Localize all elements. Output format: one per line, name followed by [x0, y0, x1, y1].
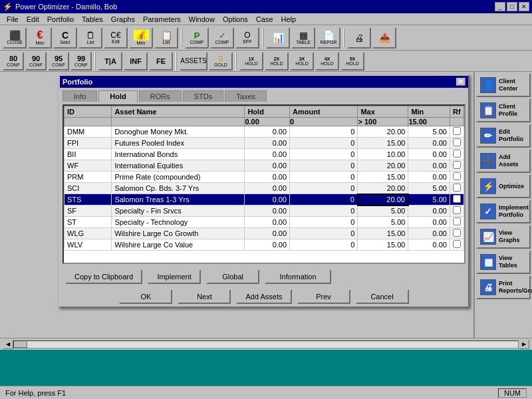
- toolbar-selct[interactable]: C Selct: [53, 27, 77, 49]
- menu-options[interactable]: Options: [219, 15, 252, 24]
- table-header-row: ID Asset Name Hold Amount Max Min Rf: [65, 106, 464, 118]
- panel-implement-portfolio[interactable]: ✓ Implement Portfolio: [476, 200, 531, 223]
- global-button[interactable]: Global: [206, 269, 259, 284]
- table-row[interactable]: BIIInternational Bonds0.00010.000.00: [65, 149, 464, 160]
- toolbar-sep-2: [262, 29, 263, 47]
- menu-bar: File Edit Portfolio Tables Graphs Parame…: [0, 13, 532, 25]
- table-row[interactable]: DMMDonoghue Money Mkt.0.00020.005.00: [65, 126, 464, 138]
- menu-graphs[interactable]: Graphs: [107, 15, 139, 24]
- tabs-row: Info Hold RORs STDs Taxes: [60, 88, 468, 102]
- toolbar-comp2[interactable]: ✓ COMP: [210, 27, 234, 49]
- panel-print[interactable]: 🖨 Print Reports/Graphs: [476, 275, 531, 299]
- panel-view-tables[interactable]: ▦ View Tables: [476, 250, 531, 274]
- copy-clipboard-button[interactable]: Copy to Clipboard: [65, 269, 142, 284]
- toolbar-90conf[interactable]: 90 CONF: [25, 52, 47, 70]
- panel-client-profile[interactable]: 📋 Client Profile: [476, 98, 531, 122]
- app-title: Power Optimizer - Damillo, Bob: [15, 3, 117, 11]
- table-subheader-row: 0.00 0 > 100 15.00: [65, 118, 464, 126]
- toolbar-export[interactable]: 📤: [372, 27, 396, 49]
- toolbar-1x[interactable]: 1X HOLD: [239, 52, 263, 70]
- tab-hold[interactable]: Hold: [98, 90, 137, 102]
- toolbar-row-2: 80 CONF 90 CONF 95 CONF 99 CONF T|A INF …: [0, 51, 532, 72]
- menu-tables[interactable]: Tables: [78, 15, 107, 24]
- dialog-close-button[interactable]: ✕: [456, 78, 466, 86]
- asset-table-container[interactable]: ID Asset Name Hold Amount Max Min Rf 0.0…: [63, 104, 466, 264]
- view-tables-icon: ▦: [480, 254, 496, 270]
- toolbar-fe[interactable]: FE: [149, 52, 173, 70]
- toolbar-comp1[interactable]: P COMP: [185, 27, 209, 49]
- toolbar-4x[interactable]: 4X HOLD: [315, 52, 339, 70]
- toolbar-3x[interactable]: 3X HOLD: [290, 52, 314, 70]
- toolbar-report[interactable]: 📄 REPOR: [317, 27, 340, 49]
- ok-button[interactable]: OK: [119, 289, 172, 304]
- menu-edit[interactable]: Edit: [23, 15, 43, 24]
- toolbar-print[interactable]: 🖨: [347, 27, 371, 49]
- maximize-button[interactable]: □: [507, 2, 517, 11]
- toolbar-chart[interactable]: 📊: [266, 27, 290, 49]
- table-row[interactable]: PRMPrime Rate (compounded)0.00015.000.00: [65, 172, 464, 183]
- tab-rors[interactable]: RORs: [139, 90, 182, 102]
- dialog-title: Portfolio: [63, 78, 92, 86]
- hscroll-thumb[interactable]: [14, 341, 27, 348]
- table-row[interactable]: SCISalomon Cp. Bds. 3-7 Yrs0.00020.005.0…: [65, 183, 464, 194]
- toolbar-list2[interactable]: 📋 List: [154, 27, 178, 49]
- table-row[interactable]: WLGWilshire Large Co Growth0.00015.000.0…: [65, 228, 464, 239]
- hscroll-right-button[interactable]: ▶: [519, 340, 529, 349]
- table-row[interactable]: STSpecialty - Technology0.0005.000.00: [65, 217, 464, 228]
- table-row[interactable]: FPIFutures Pooled Index0.00015.000.00: [65, 138, 464, 149]
- next-button[interactable]: Next: [178, 289, 231, 304]
- toolbar-80conf[interactable]: 80 CONF: [3, 52, 24, 70]
- menu-case[interactable]: Case: [252, 15, 277, 24]
- toolbar-eff[interactable]: O EFF: [235, 27, 259, 49]
- toolbar-sep-3: [343, 29, 344, 47]
- toolbar-2x[interactable]: 2X HOLD: [265, 52, 289, 70]
- tab-info[interactable]: Info: [63, 90, 97, 102]
- panel-view-graphs[interactable]: 📈 View Graphs: [476, 225, 531, 249]
- toolbar-list1[interactable]: 🗒 List: [78, 27, 102, 49]
- col-asset-name: Asset Name: [112, 106, 245, 118]
- status-num-indicator: NUM: [498, 388, 527, 398]
- menu-window[interactable]: Window: [185, 15, 219, 24]
- menu-file[interactable]: File: [3, 15, 23, 24]
- prev-button[interactable]: Prev: [297, 289, 350, 304]
- minimize-button[interactable]: _: [495, 2, 505, 11]
- add-assets-button[interactable]: Add Assets: [236, 289, 291, 304]
- cancel-button[interactable]: Cancel: [356, 289, 409, 304]
- toolbar-5x[interactable]: 5X HOLD: [340, 52, 364, 70]
- panel-optimize[interactable]: ⚡ Optimize: [476, 174, 531, 198]
- toolbar-99conf[interactable]: 99 CONF: [70, 52, 92, 70]
- table-body: DMMDonoghue Money Mkt.0.00020.005.00FPIF…: [65, 126, 464, 251]
- menu-portfolio[interactable]: Portfolio: [43, 15, 78, 24]
- title-controls[interactable]: _ □ ✕: [495, 2, 529, 11]
- information-button[interactable]: Information: [265, 269, 331, 284]
- toolbar-mev[interactable]: € Mev: [28, 27, 52, 49]
- toolbar-inf[interactable]: INF: [124, 52, 148, 70]
- toolbar-mev2[interactable]: 💰 Mev: [129, 27, 153, 49]
- table-row[interactable]: WLVWilshire Large Co Value0.00015.000.00: [65, 239, 464, 251]
- toolbar-sep-1: [181, 29, 182, 47]
- panel-edit-portfolio[interactable]: ✏ Edit Portfolio: [476, 124, 531, 148]
- menu-help[interactable]: Help: [277, 15, 301, 24]
- title-bar: ⚡ Power Optimizer - Damillo, Bob _ □ ✕: [0, 0, 532, 13]
- tab-taxes[interactable]: Taxes: [225, 90, 267, 102]
- tab-stds[interactable]: STDs: [183, 90, 224, 102]
- toolbar-ta[interactable]: T|A: [98, 52, 122, 70]
- close-button[interactable]: ✕: [519, 2, 529, 11]
- table-row[interactable]: SFSpecialty - Fin Srvcs0.0005.000.00: [65, 205, 464, 217]
- view-graphs-icon: 📈: [480, 229, 496, 245]
- hscroll-left-button[interactable]: ◀: [3, 340, 13, 349]
- table-row[interactable]: WFInternational Equities0.00020.000.00: [65, 160, 464, 172]
- toolbar-gold[interactable]: G GOLD: [209, 52, 233, 70]
- menu-parameters[interactable]: Parameters: [139, 15, 185, 24]
- table-row[interactable]: STSSalomon Treas 1-3 Yrs0.00020.005.00: [65, 194, 464, 205]
- toolbar-close[interactable]: ⬛ CLOSE: [3, 27, 27, 49]
- toolbar-row-1: ⬛ CLOSE € Mev C Selct 🗒 List C€ Edit 💰 M…: [0, 25, 532, 51]
- toolbar-95conf[interactable]: 95 CONF: [48, 52, 69, 70]
- toolbar-table[interactable]: ▦ TABLE: [291, 27, 315, 49]
- implement-button[interactable]: Implement: [148, 269, 201, 284]
- toolbar-edit[interactable]: C€ Edit: [104, 27, 128, 49]
- hscroll-track[interactable]: [13, 340, 519, 348]
- panel-client-center[interactable]: 👤 Client Center: [476, 73, 531, 97]
- toolbar-assets[interactable]: ASSETS: [180, 52, 207, 70]
- panel-add-assets[interactable]: ➕ Add Assets: [476, 149, 531, 173]
